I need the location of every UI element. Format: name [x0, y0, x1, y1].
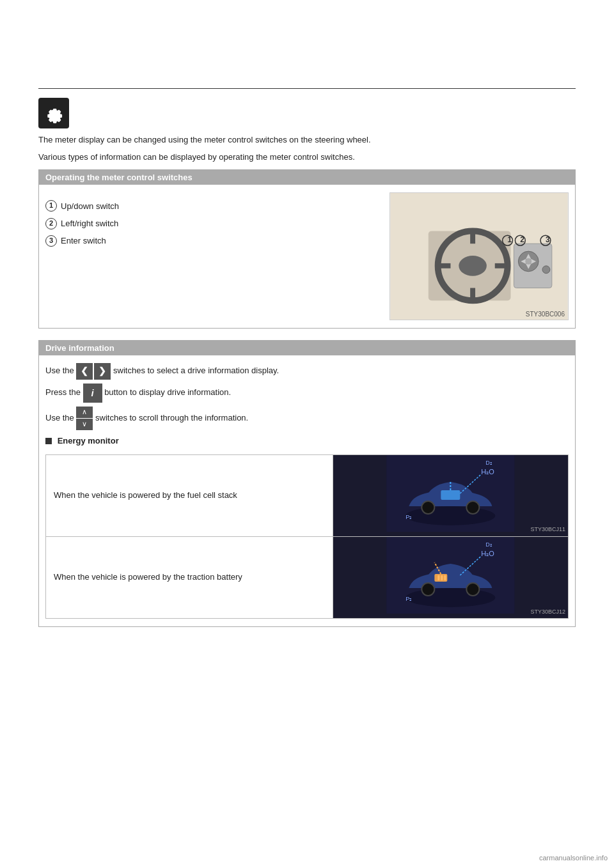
circle-num-3: 3 [45, 235, 57, 247]
drive-info-p2: Press the i button to display drive info… [45, 384, 569, 403]
switch-labels: 1 Up/down switch 2 Left/right switch 3 E… [45, 192, 377, 251]
energy-row-traction-battery: When the vehicle is powered by the tract… [46, 536, 569, 618]
down-arrow-icon: ∨ [76, 419, 93, 430]
svg-rect-38 [438, 575, 440, 580]
svg-point-24 [422, 501, 435, 514]
steering-diagram-svg: 1 2 3 [390, 193, 568, 320]
svg-rect-40 [445, 575, 446, 580]
drive-information-body: Use the ❮ ❯ switches to select a drive i… [39, 355, 575, 626]
drive-information-header: Drive information [39, 341, 575, 355]
gear-icon [43, 103, 64, 123]
traction-battery-image-cell: H₂O D₂ [333, 536, 569, 618]
switch-label-text-1: Up/down switch [61, 199, 119, 213]
svg-point-14 [525, 258, 531, 265]
svg-rect-21 [542, 265, 550, 273]
steering-image-label: STY30BC006 [526, 311, 565, 318]
fuel-cell-text-cell: When the vehicle is powered by the fuel … [46, 454, 333, 536]
fuel-cell-label: When the vehicle is powered by the fuel … [54, 490, 237, 500]
intro-text: The meter display can be changed using t… [38, 134, 563, 164]
circle-num-2: 2 [45, 218, 57, 229]
svg-point-34 [422, 583, 435, 596]
switch-label-2: 2 Left/right switch [45, 216, 377, 231]
svg-rect-27 [441, 490, 460, 500]
up-arrow-icon: ∧ [76, 407, 93, 418]
traction-battery-text-cell: When the vehicle is powered by the tract… [46, 536, 333, 618]
switch-label-1: 1 Up/down switch [45, 199, 377, 213]
fuel-cell-diagram: H₂O D₂ P₂ [333, 455, 568, 532]
svg-text:D₂: D₂ [486, 541, 493, 548]
svg-text:P₂: P₂ [406, 596, 413, 602]
energy-row-fuel-cell: When the vehicle is powered by the fuel … [46, 454, 569, 536]
gear-icon-box [38, 98, 69, 128]
fuel-cell-image-cell: H₂O D₂ P₂ STY30BCJ11 [333, 454, 569, 536]
watermark-link[interactable]: carmanualsonline.info [539, 854, 608, 862]
up-down-arrows: ∧ ∨ [76, 407, 93, 430]
svg-text:D₂: D₂ [486, 460, 493, 466]
svg-point-35 [467, 583, 480, 596]
switch-label-text-3: Enter switch [61, 233, 106, 248]
svg-point-25 [467, 501, 480, 514]
steering-wheel-image: 1 2 3 STY30BC006 [390, 192, 569, 320]
left-right-arrows: ❮ ❯ [76, 363, 111, 380]
drive-info-p3: Use the ∧ ∨ switches to scroll through t… [45, 407, 569, 430]
traction-battery-label: When the vehicle is powered by the tract… [54, 572, 242, 582]
svg-point-23 [406, 506, 496, 525]
bullet-square-icon [45, 438, 52, 444]
traction-battery-image-label: STY30BCJ12 [530, 607, 565, 617]
switch-label-text-2: Left/right switch [61, 216, 118, 231]
bottom-spacer [38, 639, 576, 766]
left-arrow-icon: ❮ [76, 363, 93, 380]
circle-num-1: 1 [45, 200, 57, 212]
right-arrow-icon: ❯ [94, 363, 111, 380]
svg-text:H₂O: H₂O [482, 550, 495, 557]
drive-information-section: Drive information Use the ❮ ❯ switches t… [38, 340, 576, 627]
svg-rect-39 [441, 575, 443, 580]
operating-switches-body: 1 Up/down switch 2 Left/right switch 3 E… [39, 185, 575, 328]
operating-switches-section: Operating the meter control switches 1 U… [38, 169, 576, 329]
operating-switches-header: Operating the meter control switches [39, 170, 575, 185]
svg-text:H₂O: H₂O [482, 468, 495, 476]
info-button-icon: i [83, 384, 102, 403]
switch-label-3: 3 Enter switch [45, 233, 377, 248]
svg-point-33 [406, 588, 496, 607]
fuel-cell-image-label: STY30BCJ11 [530, 525, 565, 534]
svg-point-7 [459, 256, 487, 276]
drive-info-p1: Use the ❮ ❯ switches to select a drive i… [45, 363, 569, 380]
top-divider [38, 88, 576, 89]
traction-battery-diagram: H₂O D₂ [333, 537, 568, 614]
energy-table: When the vehicle is powered by the fuel … [45, 454, 569, 619]
operating-switches-content: 1 Up/down switch 2 Left/right switch 3 E… [45, 192, 569, 320]
energy-monitor-heading: Energy monitor [45, 434, 569, 448]
svg-text:P₂: P₂ [406, 514, 413, 520]
